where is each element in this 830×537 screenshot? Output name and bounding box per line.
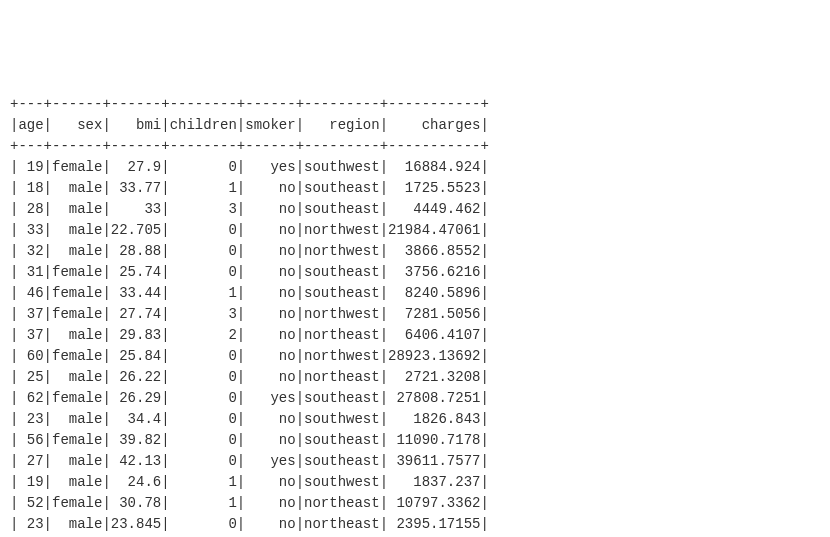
table-output: +---+------+------+--------+------+-----… <box>10 94 820 537</box>
table-text: +---+------+------+--------+------+-----… <box>10 96 489 537</box>
